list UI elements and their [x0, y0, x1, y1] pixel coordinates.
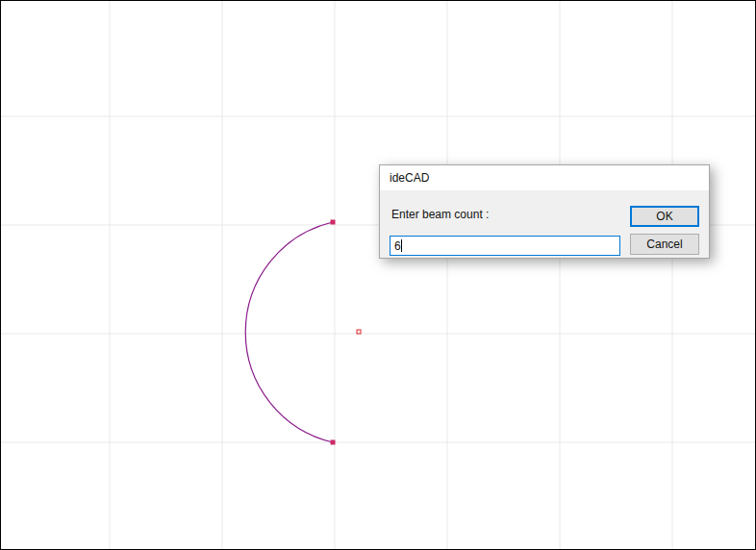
beam-arc[interactable] — [245, 222, 333, 442]
ok-button[interactable]: OK — [630, 206, 699, 227]
beam-count-value: 6 — [394, 239, 401, 253]
dialog-prompt: Enter beam count : — [391, 208, 489, 221]
arc-endpoint-marker[interactable] — [331, 440, 336, 445]
dialog-title: ideCAD — [390, 171, 429, 185]
text-caret — [401, 239, 402, 252]
drawing-canvas[interactable] — [1, 1, 756, 550]
beam-count-dialog: ideCAD Enter beam count : OK Cancel 6 — [379, 164, 710, 259]
arc-endpoint-marker[interactable] — [331, 220, 336, 225]
dialog-titlebar[interactable]: ideCAD — [380, 165, 709, 190]
cancel-button[interactable]: Cancel — [630, 234, 699, 255]
beam-count-input[interactable]: 6 — [390, 236, 620, 256]
arc-center-marker[interactable] — [357, 330, 361, 334]
idecad-drawing-window: { "dialog": { "title": "ideCAD", "prompt… — [0, 0, 756, 550]
